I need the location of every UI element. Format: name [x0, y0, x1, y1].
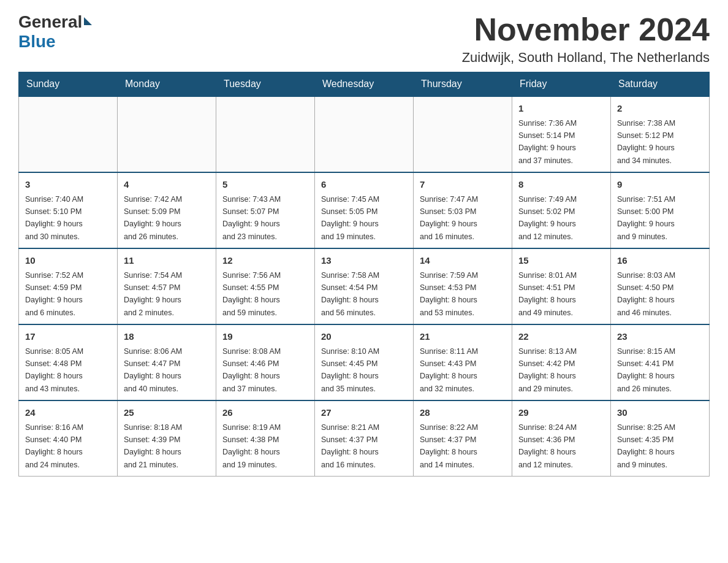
day-info: Sunrise: 7:45 AM Sunset: 5:05 PM Dayligh… — [321, 195, 379, 241]
day-info: Sunrise: 8:18 AM Sunset: 4:39 PM Dayligh… — [124, 423, 182, 469]
calendar-cell: 19Sunrise: 8:08 AM Sunset: 4:46 PM Dayli… — [216, 324, 315, 400]
weekday-header-sunday: Sunday — [19, 72, 118, 97]
calendar-cell: 10Sunrise: 7:52 AM Sunset: 4:59 PM Dayli… — [19, 248, 118, 324]
day-number: 10 — [25, 254, 111, 268]
day-info: Sunrise: 8:21 AM Sunset: 4:37 PM Dayligh… — [321, 423, 379, 469]
calendar-cell: 9Sunrise: 7:51 AM Sunset: 5:00 PM Daylig… — [611, 172, 710, 248]
weekday-header-tuesday: Tuesday — [216, 72, 315, 97]
day-info: Sunrise: 8:24 AM Sunset: 4:36 PM Dayligh… — [518, 423, 577, 469]
day-info: Sunrise: 7:58 AM Sunset: 4:54 PM Dayligh… — [321, 271, 379, 317]
day-info: Sunrise: 7:52 AM Sunset: 4:59 PM Dayligh… — [25, 271, 83, 317]
day-number: 12 — [222, 254, 308, 268]
page-header: General Blue November 2024 Zuidwijk, Sou… — [18, 12, 710, 66]
day-info: Sunrise: 7:36 AM Sunset: 5:14 PM Dayligh… — [518, 119, 577, 165]
calendar-cell: 23Sunrise: 8:15 AM Sunset: 4:41 PM Dayli… — [611, 324, 710, 400]
day-number: 16 — [617, 254, 703, 268]
logo-arrow-icon — [84, 17, 92, 25]
calendar-cell: 29Sunrise: 8:24 AM Sunset: 4:36 PM Dayli… — [512, 400, 611, 477]
day-info: Sunrise: 8:06 AM Sunset: 4:47 PM Dayligh… — [124, 347, 182, 393]
day-info: Sunrise: 8:11 AM Sunset: 4:43 PM Dayligh… — [420, 347, 478, 393]
calendar-cell — [19, 96, 118, 172]
calendar-cell — [315, 96, 414, 172]
day-info: Sunrise: 7:43 AM Sunset: 5:07 PM Dayligh… — [222, 195, 281, 241]
weekday-header-monday: Monday — [118, 72, 216, 97]
day-number: 7 — [420, 178, 506, 192]
calendar-cell: 13Sunrise: 7:58 AM Sunset: 4:54 PM Dayli… — [315, 248, 414, 324]
calendar-cell: 26Sunrise: 8:19 AM Sunset: 4:38 PM Dayli… — [216, 400, 315, 477]
day-info: Sunrise: 7:49 AM Sunset: 5:02 PM Dayligh… — [518, 195, 577, 241]
calendar-cell: 16Sunrise: 8:03 AM Sunset: 4:50 PM Dayli… — [611, 248, 710, 324]
weekday-header-friday: Friday — [512, 72, 611, 97]
day-info: Sunrise: 8:03 AM Sunset: 4:50 PM Dayligh… — [617, 271, 675, 317]
calendar-cell: 30Sunrise: 8:25 AM Sunset: 4:35 PM Dayli… — [611, 400, 710, 477]
day-number: 3 — [25, 178, 111, 192]
weekday-header-thursday: Thursday — [414, 72, 512, 97]
day-info: Sunrise: 7:51 AM Sunset: 5:00 PM Dayligh… — [617, 195, 675, 241]
day-number: 18 — [124, 330, 210, 344]
calendar-cell — [118, 96, 216, 172]
calendar-cell: 25Sunrise: 8:18 AM Sunset: 4:39 PM Dayli… — [118, 400, 216, 477]
day-number: 1 — [518, 102, 604, 116]
calendar-cell — [414, 96, 512, 172]
day-info: Sunrise: 7:59 AM Sunset: 4:53 PM Dayligh… — [420, 271, 478, 317]
day-info: Sunrise: 7:47 AM Sunset: 5:03 PM Dayligh… — [420, 195, 478, 241]
day-number: 28 — [420, 406, 506, 420]
day-number: 5 — [222, 178, 308, 192]
location-title: Zuidwijk, South Holland, The Netherlands — [462, 50, 710, 66]
calendar-week-row: 24Sunrise: 8:16 AM Sunset: 4:40 PM Dayli… — [19, 400, 710, 477]
day-number: 4 — [124, 178, 210, 192]
calendar-cell — [216, 96, 315, 172]
day-number: 14 — [420, 254, 506, 268]
day-number: 23 — [617, 330, 703, 344]
calendar-week-row: 17Sunrise: 8:05 AM Sunset: 4:48 PM Dayli… — [19, 324, 710, 400]
day-info: Sunrise: 7:54 AM Sunset: 4:57 PM Dayligh… — [124, 271, 182, 317]
day-info: Sunrise: 8:05 AM Sunset: 4:48 PM Dayligh… — [25, 347, 83, 393]
day-number: 8 — [518, 178, 604, 192]
day-number: 13 — [321, 254, 407, 268]
weekday-header-saturday: Saturday — [611, 72, 710, 97]
calendar-cell: 22Sunrise: 8:13 AM Sunset: 4:42 PM Dayli… — [512, 324, 611, 400]
day-info: Sunrise: 8:16 AM Sunset: 4:40 PM Dayligh… — [25, 423, 83, 469]
day-info: Sunrise: 7:38 AM Sunset: 5:12 PM Dayligh… — [617, 119, 675, 165]
calendar-cell: 11Sunrise: 7:54 AM Sunset: 4:57 PM Dayli… — [118, 248, 216, 324]
logo-blue: Blue — [18, 32, 56, 51]
day-info: Sunrise: 7:40 AM Sunset: 5:10 PM Dayligh… — [25, 195, 83, 241]
day-number: 29 — [518, 406, 604, 420]
calendar-cell: 2Sunrise: 7:38 AM Sunset: 5:12 PM Daylig… — [611, 96, 710, 172]
calendar-cell: 20Sunrise: 8:10 AM Sunset: 4:45 PM Dayli… — [315, 324, 414, 400]
logo-general: General — [18, 12, 82, 32]
day-info: Sunrise: 8:22 AM Sunset: 4:37 PM Dayligh… — [420, 423, 478, 469]
calendar-cell: 27Sunrise: 8:21 AM Sunset: 4:37 PM Dayli… — [315, 400, 414, 477]
day-info: Sunrise: 8:25 AM Sunset: 4:35 PM Dayligh… — [617, 423, 675, 469]
day-number: 24 — [25, 406, 111, 420]
calendar-week-row: 1Sunrise: 7:36 AM Sunset: 5:14 PM Daylig… — [19, 96, 710, 172]
day-number: 9 — [617, 178, 703, 192]
calendar-cell: 18Sunrise: 8:06 AM Sunset: 4:47 PM Dayli… — [118, 324, 216, 400]
day-number: 11 — [124, 254, 210, 268]
day-info: Sunrise: 8:19 AM Sunset: 4:38 PM Dayligh… — [222, 423, 281, 469]
calendar-cell: 21Sunrise: 8:11 AM Sunset: 4:43 PM Dayli… — [414, 324, 512, 400]
day-number: 20 — [321, 330, 407, 344]
day-info: Sunrise: 8:10 AM Sunset: 4:45 PM Dayligh… — [321, 347, 379, 393]
calendar-cell: 17Sunrise: 8:05 AM Sunset: 4:48 PM Dayli… — [19, 324, 118, 400]
day-number: 6 — [321, 178, 407, 192]
day-info: Sunrise: 8:08 AM Sunset: 4:46 PM Dayligh… — [222, 347, 281, 393]
title-section: November 2024 Zuidwijk, South Holland, T… — [462, 12, 710, 66]
calendar-cell: 12Sunrise: 7:56 AM Sunset: 4:55 PM Dayli… — [216, 248, 315, 324]
calendar-cell: 4Sunrise: 7:42 AM Sunset: 5:09 PM Daylig… — [118, 172, 216, 248]
calendar-cell: 1Sunrise: 7:36 AM Sunset: 5:14 PM Daylig… — [512, 96, 611, 172]
day-info: Sunrise: 8:01 AM Sunset: 4:51 PM Dayligh… — [518, 271, 577, 317]
calendar-cell: 24Sunrise: 8:16 AM Sunset: 4:40 PM Dayli… — [19, 400, 118, 477]
day-number: 26 — [222, 406, 308, 420]
calendar-cell: 28Sunrise: 8:22 AM Sunset: 4:37 PM Dayli… — [414, 400, 512, 477]
calendar-cell: 7Sunrise: 7:47 AM Sunset: 5:03 PM Daylig… — [414, 172, 512, 248]
logo: General Blue — [18, 12, 92, 52]
day-number: 25 — [124, 406, 210, 420]
calendar-cell: 6Sunrise: 7:45 AM Sunset: 5:05 PM Daylig… — [315, 172, 414, 248]
calendar-table: SundayMondayTuesdayWednesdayThursdayFrid… — [18, 72, 710, 477]
day-info: Sunrise: 8:13 AM Sunset: 4:42 PM Dayligh… — [518, 347, 577, 393]
calendar-week-row: 10Sunrise: 7:52 AM Sunset: 4:59 PM Dayli… — [19, 248, 710, 324]
day-number: 27 — [321, 406, 407, 420]
day-number: 30 — [617, 406, 703, 420]
weekday-header-wednesday: Wednesday — [315, 72, 414, 97]
